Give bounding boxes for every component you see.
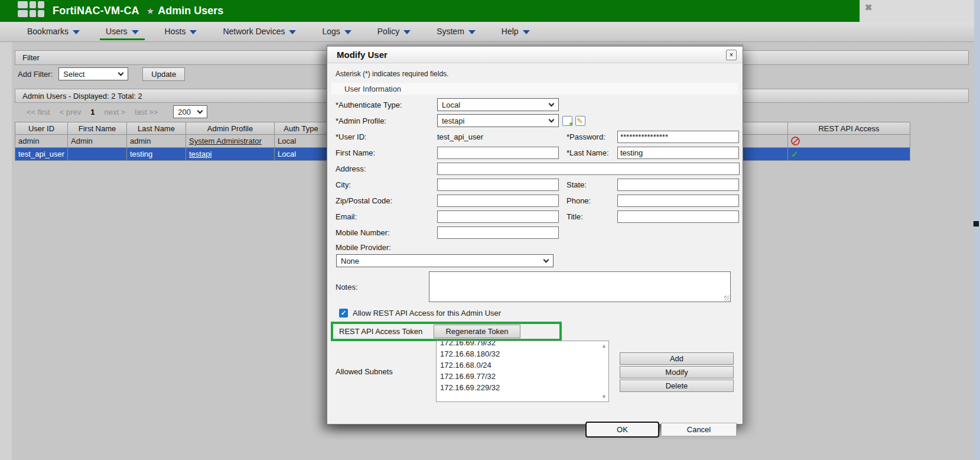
column-header-user-id[interactable]: User ID bbox=[15, 122, 68, 135]
cancel-button[interactable]: Cancel bbox=[661, 423, 737, 436]
last-name-field[interactable] bbox=[617, 147, 739, 159]
dialog-close-button[interactable]: × bbox=[726, 50, 737, 60]
fortinet-logo-icon bbox=[18, 1, 44, 17]
city-field[interactable] bbox=[437, 179, 559, 191]
admin-profile-link[interactable]: testapi bbox=[189, 150, 211, 158]
subnet-add-button[interactable]: Add bbox=[620, 352, 734, 365]
no-access-icon bbox=[791, 137, 800, 145]
phone-label: Phone: bbox=[566, 196, 617, 205]
subnet-item[interactable]: 172.16.69.79/32 bbox=[440, 341, 608, 348]
password-label: *Password: bbox=[566, 132, 617, 141]
scrollbar-marker bbox=[974, 221, 979, 226]
column-header-last-name[interactable]: Last Name bbox=[127, 122, 186, 135]
subnet-item[interactable]: 172.16.69.229/32 bbox=[440, 382, 608, 393]
new-profile-icon[interactable] bbox=[562, 116, 572, 126]
nav-item-hosts[interactable]: Hosts bbox=[159, 23, 203, 40]
scroll-up-icon[interactable]: ▲ bbox=[601, 343, 607, 349]
pagination-first[interactable]: << first bbox=[27, 108, 50, 116]
admin-profile-select[interactable]: testapi bbox=[437, 114, 559, 127]
left-gutter bbox=[0, 42, 12, 460]
allowed-subnets-label: Allowed Subnets bbox=[336, 341, 436, 402]
rest-api-access-checkbox-label: Allow REST API Access for this Admin Use… bbox=[353, 309, 501, 318]
add-filter-select[interactable]: Select bbox=[58, 67, 128, 80]
mobile-provider-label: Mobile Provider: bbox=[336, 242, 743, 252]
rest-api-access-checkbox[interactable]: ✓ bbox=[339, 309, 348, 318]
user-id-label: *User ID: bbox=[336, 132, 437, 141]
chevron-down-icon bbox=[73, 30, 80, 34]
nav-item-bookmarks[interactable]: Bookmarks bbox=[21, 23, 86, 40]
first-name-label: First Name: bbox=[336, 148, 437, 157]
mobile-number-label: Mobile Number: bbox=[336, 228, 437, 237]
state-field[interactable] bbox=[617, 179, 739, 191]
zip-field[interactable] bbox=[437, 195, 559, 207]
ok-button[interactable]: OK bbox=[585, 422, 659, 438]
nav-item-help[interactable]: Help bbox=[496, 23, 536, 40]
add-filter-row: Add Filter: Select Update bbox=[18, 67, 185, 81]
address-label: Address: bbox=[336, 164, 437, 173]
chevron-down-icon bbox=[132, 30, 139, 34]
app-title: FortiNAC-VM-CA bbox=[53, 5, 139, 17]
chevron-down-icon bbox=[344, 30, 351, 34]
admin-profile-label: *Admin Profile: bbox=[336, 116, 437, 125]
last-name-label: *Last Name: bbox=[566, 148, 617, 157]
update-button[interactable]: Update bbox=[142, 67, 185, 81]
chevron-down-icon bbox=[468, 30, 476, 34]
authenticate-type-label: *Authenticate Type: bbox=[336, 101, 437, 109]
column-header-admin-profile[interactable]: Admin Profile bbox=[186, 122, 275, 135]
subnet-modify-button[interactable]: Modify bbox=[620, 366, 734, 378]
column-header-auth-type[interactable]: Auth Type bbox=[275, 122, 328, 135]
password-field[interactable] bbox=[617, 131, 739, 143]
column-header-first-name[interactable]: First Name bbox=[68, 122, 127, 135]
pagination-prev[interactable]: < prev bbox=[60, 108, 82, 116]
nav-item-network-devices[interactable]: Network Devices bbox=[217, 23, 302, 40]
nav-item-policy[interactable]: Policy bbox=[372, 23, 416, 40]
required-fields-note: Asterisk (*) indicates required fields. bbox=[336, 70, 743, 78]
chevron-down-icon bbox=[289, 30, 296, 34]
app-header: FortiNAC-VM-CA ★ Admin Users bbox=[0, 0, 859, 22]
subnet-delete-button[interactable]: Delete bbox=[620, 380, 734, 392]
user-information-section-header: User Information bbox=[331, 83, 738, 95]
access-allowed-icon: ✓ bbox=[791, 150, 799, 158]
email-field[interactable] bbox=[437, 210, 559, 223]
pagination-next[interactable]: next > bbox=[104, 108, 125, 116]
nav-item-users[interactable]: Users bbox=[100, 23, 145, 40]
title-label: Title: bbox=[566, 212, 617, 221]
close-icon[interactable]: ✖ bbox=[865, 2, 872, 13]
pagination-current-page: 1 bbox=[90, 108, 95, 116]
email-label: Email: bbox=[336, 212, 437, 221]
authenticate-type-select[interactable]: Local bbox=[437, 98, 559, 111]
chevron-down-icon bbox=[190, 30, 197, 34]
title-field[interactable] bbox=[617, 210, 739, 223]
subnet-item[interactable]: 172.16.68.180/32 bbox=[440, 348, 608, 359]
resize-grip-icon[interactable] bbox=[724, 296, 730, 301]
page-size-select[interactable]: 200 bbox=[173, 105, 207, 118]
admin-profile-link[interactable]: System Administrator bbox=[189, 137, 262, 145]
favorite-star-icon[interactable]: ★ bbox=[146, 6, 154, 17]
address-field[interactable] bbox=[437, 163, 740, 175]
rest-api-token-label: REST API Access Token bbox=[339, 327, 434, 336]
chevron-down-icon bbox=[543, 257, 549, 263]
page-scrollbar[interactable] bbox=[974, 0, 980, 460]
dialog-title-bar[interactable]: Modify User × bbox=[327, 47, 743, 63]
pagination-last[interactable]: last >> bbox=[135, 108, 158, 116]
notes-textarea[interactable] bbox=[429, 271, 731, 302]
column-header-rest-api-access[interactable]: REST API Access bbox=[788, 122, 910, 135]
allowed-subnets-listbox[interactable]: 172.16.69.79/32 172.16.68.180/32 172.16.… bbox=[436, 341, 609, 402]
state-label: State: bbox=[566, 180, 617, 189]
nav-item-system[interactable]: System bbox=[431, 23, 481, 40]
scroll-down-icon[interactable]: ▼ bbox=[601, 394, 607, 400]
nav-item-logs[interactable]: Logs bbox=[316, 23, 357, 40]
notes-label: Notes: bbox=[336, 271, 429, 302]
regenerate-token-button[interactable]: Regenerate Token bbox=[434, 325, 520, 338]
mobile-number-field[interactable] bbox=[437, 226, 559, 239]
page-title: Admin Users bbox=[158, 5, 223, 17]
edit-profile-icon[interactable] bbox=[575, 116, 585, 126]
mobile-provider-select[interactable]: None bbox=[336, 254, 554, 267]
subnet-item[interactable]: 172.16.68.0/24 bbox=[440, 359, 608, 371]
first-name-field[interactable] bbox=[437, 147, 559, 159]
chevron-down-icon bbox=[403, 30, 411, 34]
phone-field[interactable] bbox=[617, 195, 739, 207]
subnet-item[interactable]: 172.16.69.77/32 bbox=[440, 371, 608, 382]
dialog-title: Modify User bbox=[337, 50, 388, 60]
chevron-down-icon bbox=[549, 117, 555, 123]
